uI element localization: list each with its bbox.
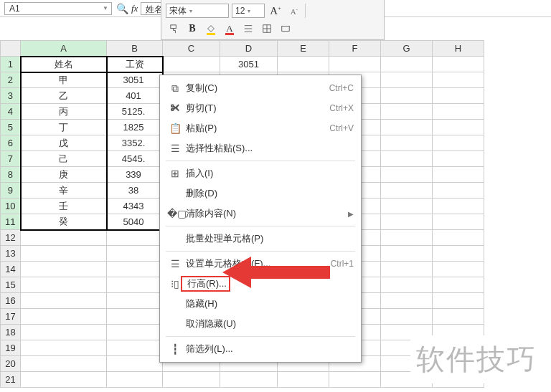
cell[interactable] [21,372,107,388]
cell[interactable] [381,167,433,183]
cell[interactable] [381,151,433,167]
search-icon[interactable]: 🔍 [116,3,128,14]
row-header[interactable]: 8 [1,167,21,183]
row-header[interactable]: 7 [1,151,21,167]
decrease-font-button[interactable]: A- [286,3,302,19]
cell[interactable] [381,262,433,277]
column-header[interactable]: F [329,41,381,57]
column-header[interactable]: B [107,41,163,57]
row-header[interactable]: 4 [1,104,21,120]
cell[interactable] [433,57,484,72]
cell[interactable]: 38 [107,183,163,199]
cell[interactable]: 姓名 [21,57,107,72]
cell[interactable] [433,88,484,104]
cell[interactable] [433,262,484,277]
cell[interactable] [381,120,433,135]
fill-color-button[interactable] [203,21,219,37]
cell-reference-box[interactable]: A1 ▼ [4,2,112,15]
cell[interactable] [107,372,163,388]
cell[interactable]: 1825 [107,120,163,135]
cell[interactable] [381,214,433,230]
cell[interactable] [220,372,278,388]
increase-font-button[interactable]: A+ [268,3,283,19]
cell[interactable] [21,340,107,356]
cell[interactable]: 戊 [21,135,107,151]
cell[interactable] [21,262,107,277]
row-header[interactable]: 18 [1,325,21,340]
cell[interactable] [433,104,484,120]
cell[interactable]: 甲 [21,72,107,88]
font-name-select[interactable]: 宋体 ▾ [166,4,229,18]
menu-item[interactable]: �▢清除内容(N)▶ [160,204,361,224]
cell[interactable]: 庚 [21,167,107,183]
select-all-corner[interactable] [1,41,21,57]
row-header[interactable]: 21 [1,372,21,388]
font-color-button[interactable]: A [222,21,237,37]
cell[interactable] [278,57,329,72]
column-header[interactable]: H [433,41,484,57]
row-header[interactable]: 9 [1,183,21,199]
menu-item[interactable]: 隐藏(H) [160,294,361,314]
cell[interactable]: 4545. [107,151,163,167]
format-painter-button[interactable] [166,21,182,37]
cell[interactable] [433,151,484,167]
column-header[interactable]: G [381,41,433,57]
cell[interactable] [107,230,163,246]
cell[interactable] [329,372,381,388]
cell[interactable] [21,230,107,246]
cell[interactable] [107,277,163,293]
column-header[interactable]: D [220,41,278,57]
cell[interactable] [381,183,433,199]
bold-button[interactable]: B [184,21,200,37]
menu-item[interactable]: 删除(D) [160,183,361,204]
column-header[interactable]: A [21,41,107,57]
row-header[interactable]: 6 [1,135,21,151]
cell[interactable] [433,199,484,214]
cell[interactable]: 丙 [21,104,107,120]
cell[interactable] [433,167,484,183]
menu-item[interactable]: ⧉复制(C)Ctrl+C [160,78,361,98]
cell[interactable]: 癸 [21,214,107,230]
cell[interactable]: 3051 [107,72,163,88]
row-header[interactable]: 1 [1,57,21,72]
menu-item[interactable]: ⁝▯行高(R)... [160,274,361,294]
cell[interactable] [433,246,484,262]
cell[interactable]: 工资 [107,57,163,72]
borders-button[interactable] [259,21,275,37]
cell[interactable] [381,293,433,309]
fx-icon[interactable]: fx [131,3,138,14]
cell[interactable]: 壬 [21,199,107,214]
row-header[interactable]: 19 [1,340,21,356]
row-header[interactable]: 16 [1,293,21,309]
cell[interactable] [21,277,107,293]
cell[interactable]: 4343 [107,199,163,214]
column-header[interactable]: C [163,41,220,57]
row-header[interactable]: 2 [1,72,21,88]
cell[interactable] [433,135,484,151]
cell[interactable]: 己 [21,151,107,167]
menu-item[interactable]: ⊞插入(I) [160,163,361,183]
cell[interactable] [21,246,107,262]
cell[interactable]: 3051 [220,57,278,72]
cell[interactable] [433,183,484,199]
cell[interactable] [381,57,433,72]
menu-item[interactable]: 取消隐藏(U) [160,314,361,334]
cell[interactable] [163,57,220,72]
cell[interactable] [107,309,163,325]
font-size-select[interactable]: 12 ▾ [232,4,265,18]
cell[interactable] [163,372,220,388]
cell[interactable]: 3352. [107,135,163,151]
cell[interactable] [381,230,433,246]
row-header[interactable]: 12 [1,230,21,246]
cell[interactable]: 401 [107,88,163,104]
cell[interactable] [433,120,484,135]
row-header[interactable]: 14 [1,262,21,277]
menu-item[interactable]: 📋粘贴(P)Ctrl+V [160,118,361,138]
cell[interactable] [107,325,163,340]
cell[interactable] [381,72,433,88]
cell-style-button[interactable] [278,21,293,37]
row-header[interactable]: 10 [1,199,21,214]
row-header[interactable]: 15 [1,277,21,293]
cell[interactable] [329,57,381,72]
cell[interactable] [381,104,433,120]
